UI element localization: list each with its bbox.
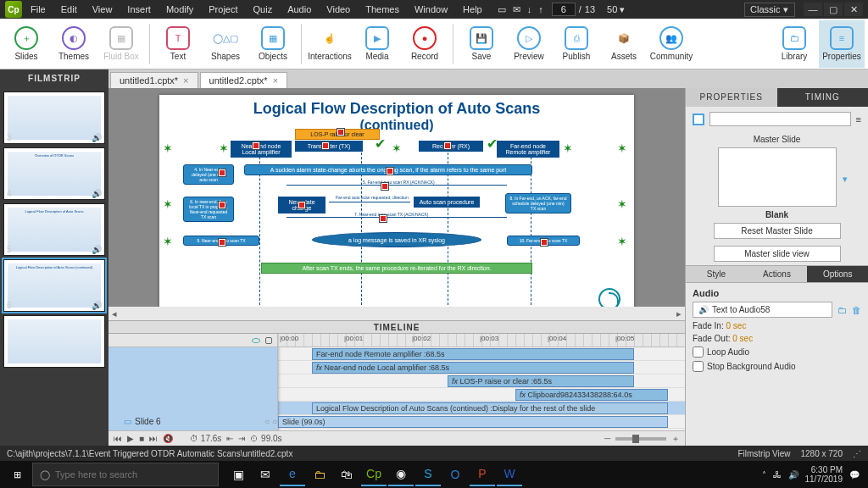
timeline-zoom-out[interactable]: ─ <box>604 434 610 443</box>
audio-name-field[interactable]: 🔊 Text to Audio58 <box>693 302 832 318</box>
powerpoint-icon[interactable]: P <box>470 463 495 486</box>
filmstrip-thumb-3[interactable]: 3🔊 <box>3 92 105 144</box>
timeline-play[interactable]: ▶ <box>127 434 134 443</box>
store-icon[interactable]: 🛍 <box>334 463 359 486</box>
word-icon[interactable]: W <box>497 463 522 486</box>
ribbon-library[interactable]: 🗀Library <box>771 20 817 68</box>
tray-network-icon[interactable]: 🖧 <box>773 470 782 480</box>
ribbon-preview[interactable]: ▷Preview <box>506 20 552 68</box>
ribbon-themes[interactable]: ◐Themes <box>51 20 97 68</box>
timeline-step-fwd[interactable]: ⇥ <box>238 434 245 443</box>
save-icon[interactable]: ▭ <box>498 4 506 15</box>
filmstrip-thumb-7[interactable] <box>3 315 105 368</box>
filmstrip-thumb-6[interactable]: Logical Flow Description of Auto Scans (… <box>3 259 105 312</box>
timeline-zoom-in[interactable]: ＋ <box>671 433 680 445</box>
menu-file[interactable]: File <box>24 2 53 17</box>
maximize-button[interactable]: ▢ <box>824 3 843 16</box>
chevron-down-icon[interactable]: ▾ <box>843 174 848 185</box>
timeline-stop[interactable]: ■ <box>139 434 144 443</box>
panel-tab-timing[interactable]: TIMING <box>777 88 869 107</box>
ribbon-community[interactable]: 👥Community <box>648 20 694 68</box>
filmstrip-panel[interactable]: 3🔊 Overview of OTDR Scans 4🔊 Logical Flo… <box>0 88 108 446</box>
ribbon-media[interactable]: ▶Media <box>354 20 400 68</box>
tab-close-icon[interactable]: × <box>183 75 188 86</box>
workspace-dropdown[interactable]: Classic ▾ <box>744 3 795 17</box>
filmstrip-thumb-4[interactable]: Overview of OTDR Scans 4🔊 <box>3 147 105 200</box>
current-slide-input[interactable]: 6 <box>552 3 576 16</box>
close-button[interactable]: ✕ <box>844 3 863 16</box>
taskbar-search[interactable]: ◯ <box>32 463 219 486</box>
tray-notifications-icon[interactable]: 💬 <box>849 470 860 480</box>
ribbon-save[interactable]: 💾Save <box>459 20 504 68</box>
master-view-button[interactable]: Master slide view <box>714 246 841 262</box>
reset-master-button[interactable]: Reset Master Slide <box>714 223 841 239</box>
zoom-dropdown[interactable]: 50 ▾ <box>607 4 625 15</box>
upload-icon[interactable]: ↑ <box>538 4 543 14</box>
add-audio-icon[interactable]: 🗀 <box>837 305 847 315</box>
panel-tab-properties[interactable]: PROPERTIES <box>686 88 777 107</box>
ribbon-shapes[interactable]: ◯△▢Shapes <box>203 20 248 68</box>
timeline-rows[interactable]: ▸★SmartShape_69○ ○Far-end node Remote am… <box>108 347 685 430</box>
menu-insert[interactable]: Insert <box>120 2 158 17</box>
tray-up-icon[interactable]: ˄ <box>762 470 766 480</box>
ribbon-slides[interactable]: ＋Slides <box>3 20 49 68</box>
tray-volume-icon[interactable]: 🔊 <box>788 470 798 480</box>
timeline-mute[interactable]: 🔇 <box>163 434 173 443</box>
minimize-button[interactable]: — <box>804 3 822 16</box>
tab-untitled1[interactable]: untitled1.cptx*× <box>110 72 198 88</box>
menu-view[interactable]: View <box>86 2 120 17</box>
timeline-rewind[interactable]: ⏮ <box>114 434 122 443</box>
ribbon-text[interactable]: TText <box>155 20 201 68</box>
menu-quiz[interactable]: Quiz <box>247 2 280 17</box>
canvas-scrollbar[interactable]: ◂▸ <box>108 307 685 320</box>
skype-icon[interactable]: S <box>415 463 441 486</box>
chrome-icon[interactable]: ◉ <box>388 463 414 486</box>
slide-canvas[interactable]: Logical Flow Description of Auto Scans (… <box>159 95 634 307</box>
timeline-ruler[interactable]: |00:00 |00:01 |00:02 |00:03 |00:04 |00:0… <box>108 334 685 347</box>
captivate-icon[interactable]: Cp <box>361 463 387 486</box>
tab-close-icon[interactable]: × <box>273 75 278 86</box>
mail-app-icon[interactable]: ✉ <box>253 463 278 486</box>
menu-video[interactable]: Video <box>320 2 357 17</box>
ribbon-assets[interactable]: 📦Assets <box>601 20 647 68</box>
fade-out-row[interactable]: Fade Out: 0 sec <box>686 332 868 345</box>
timeline-step-back[interactable]: ⇤ <box>226 434 233 443</box>
ribbon-record[interactable]: ●Record <box>402 20 448 68</box>
subtab-options[interactable]: Options <box>807 266 868 282</box>
subtab-style[interactable]: Style <box>686 266 747 282</box>
download-icon[interactable]: ↓ <box>527 4 532 14</box>
ribbon-properties[interactable]: ≡Properties <box>819 20 865 68</box>
menu-modify[interactable]: Modify <box>159 2 200 17</box>
ribbon-interactions[interactable]: ☝Interactions <box>307 20 353 68</box>
delete-audio-icon[interactable]: 🗑 <box>852 305 861 315</box>
task-view-icon[interactable]: ▣ <box>225 463 251 486</box>
master-slide-preview[interactable]: ▾ <box>718 147 837 207</box>
ribbon-publish[interactable]: ⎙Publish <box>554 20 599 68</box>
ribbon-objects[interactable]: ▦Objects <box>250 20 296 68</box>
subtab-actions[interactable]: Actions <box>747 266 808 282</box>
visibility-icon[interactable] <box>252 338 260 343</box>
explorer-icon[interactable]: 🗀 <box>307 463 332 486</box>
menu-icon[interactable]: ≡ <box>856 114 861 125</box>
start-button[interactable]: ⊞ <box>3 463 31 486</box>
fade-in-row[interactable]: Fade In: 0 sec <box>686 319 868 332</box>
tray-clock[interactable]: 6:30 PM11/7/2019 <box>805 465 843 484</box>
menu-window[interactable]: Window <box>408 2 454 17</box>
canvas-area[interactable]: Logical Flow Description of Auto Scans (… <box>108 88 685 307</box>
lock-icon[interactable] <box>265 337 272 344</box>
loop-audio-checkbox[interactable]: Loop Audio <box>686 345 868 359</box>
menu-audio[interactable]: Audio <box>281 2 318 17</box>
menu-help[interactable]: Help <box>456 2 489 17</box>
edge-icon[interactable]: e <box>280 463 305 486</box>
object-name-input[interactable] <box>709 112 851 126</box>
outlook-icon[interactable]: O <box>442 463 468 486</box>
menu-edit[interactable]: Edit <box>54 2 84 17</box>
tab-untitled2[interactable]: untitled2.cptx*× <box>200 72 288 88</box>
menu-project[interactable]: Project <box>202 2 244 17</box>
mail-icon[interactable]: ✉ <box>513 4 520 15</box>
search-input[interactable] <box>55 469 211 480</box>
filmstrip-thumb-5[interactable]: Logical Flow Description of Auto Scans 5… <box>3 203 105 256</box>
status-view[interactable]: Filmstrip View <box>737 449 790 458</box>
stop-bg-audio-checkbox[interactable]: Stop Background Audio <box>686 359 868 374</box>
timeline-end[interactable]: ⏭ <box>149 434 158 443</box>
